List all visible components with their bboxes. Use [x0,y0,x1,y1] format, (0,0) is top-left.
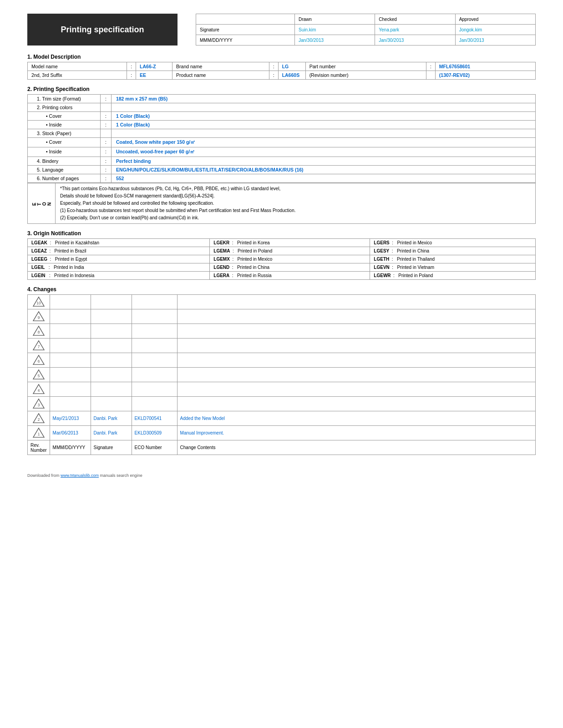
origin-row-3: LGEEG : Printed in Egypt LGEMX : Printed… [28,255,536,263]
changes-row: 2 May/21/2013Danbi. ParkEKLD700541Added … [28,411,536,426]
spec-label-colors: 2. Printing colors [28,103,101,112]
origin-lgewr-code: LGEWR : Printed in Poland [370,272,536,280]
changes-date [50,368,91,382]
spec-row-cover-stock: • Cover : Coated, Snow white paper 150 g… [28,138,536,147]
origin-lgend-code: LGEND : Printed in China [210,263,370,272]
triangle-cell: 7 [28,339,50,353]
note-line-5: (2) Especially, Don't use or contain lea… [60,215,199,220]
spec-row-trim: 1. Trim size (Format) : 182 mm x 257 mm … [28,95,536,103]
revision-triangle-icon: 7 [32,340,45,351]
spec-row-colors: 2. Printing colors [28,103,536,112]
suffix-value: EE [136,71,172,80]
origin-lgema-code: LGEMA : Printed in Poland [210,247,370,255]
spec-value-stock [111,129,535,138]
revision-triangle-icon: 4 [32,384,45,394]
approval-empty [196,14,295,25]
changes-contents [177,339,535,353]
approved-label: Approved [455,14,535,25]
spec-value-pages: 552 [111,174,535,183]
header-section: Printing specification Drawn Checked App… [27,14,536,46]
changes-signature [91,295,132,309]
revision-triangle-icon: 3 [32,398,45,409]
approved-signature: Jongok.kim [455,25,535,35]
triangle-cell: 9 [28,309,50,324]
triangle-cell: 1 [28,426,50,440]
suffix-colon: : [127,71,136,80]
origin-lgeaz-code: LGEAZ : Printed in Brazil [28,247,210,255]
spec-colon-trim: : [101,95,112,103]
svg-text:2: 2 [37,417,40,422]
spec-value-bindery: Perfect binding [111,157,535,166]
changes-date: Mar/06/2013 [50,426,91,440]
printing-spec-table: 1. Trim size (Format) : 182 mm x 257 mm … [27,94,536,183]
spec-row-bindery: 4. Bindery : Perfect binding [28,157,536,166]
part-number-value: MFL67658601 [435,62,535,71]
brand-name-colon: : [269,62,278,71]
checked-label: Checked [375,14,455,25]
changes-signature [91,324,132,339]
title-text: Printing specification [61,25,144,35]
document-title: Printing specification [27,14,178,46]
spec-value-inside-color: 1 Color (Black) [111,121,535,129]
spec-row-cover-color: • Cover : 1 Color (Black) [28,112,536,121]
model-name-label: Model name [28,62,127,71]
changes-row: 3 [28,397,536,411]
svg-text:5: 5 [37,374,40,378]
svg-text:1: 1 [37,432,40,436]
footer-text2: manuals search engine [99,473,142,478]
svg-text:3: 3 [37,403,40,407]
spec-value-language: ENG/HUN/POL/CZE/SLK/ROM/BUL/EST/LIT/LAT/… [111,166,535,174]
spec-colon-language: : [101,166,112,174]
changes-footer-cell: Signature [91,440,132,455]
changes-eco [132,397,177,411]
signature-label: Signature [196,25,295,35]
revision-triangle-icon: 2 [32,413,45,424]
changes-footer-row: Rev. NumberMMM/DD/YYYYSignatureECO Numbe… [28,440,536,455]
changes-contents [177,295,535,309]
note-line-2: Details should be followed Eco-SCM manag… [60,193,215,198]
spec-value-cover-stock: Coated, Snow white paper 150 g/㎡ [111,138,535,147]
changes-row: 6 [28,353,536,368]
spec-label-language: 5. Language [28,166,101,174]
revision-label: (Revision number) [305,71,426,80]
suffix-label: 2nd, 3rd Suffix [28,71,127,80]
changes-row: 10 [28,295,536,309]
spec-label-bindery: 4. Bindery [28,157,101,166]
origin-lgemx-code: LGEMX : Printed in Mexico [210,255,370,263]
changes-contents: Manual Improvement. [177,426,535,440]
part-number-colon: : [426,62,435,71]
model-name-value: LA66-Z [136,62,172,71]
spec-row-stock: 3. Stock (Paper) [28,129,536,138]
triangle-cell: 10 [28,295,50,309]
origin-lgevn-code: LGEVN : Printed in Vietnam [370,263,536,272]
changes-signature [91,353,132,368]
spec-label-stock: 3. Stock (Paper) [28,129,101,138]
changes-signature [91,368,132,382]
spec-label-inside-stock: • Inside [28,147,101,157]
origin-lgeeg-code: LGEEG : Printed in Egypt [28,255,210,263]
spec-label-cover-stock: • Cover [28,138,101,147]
origin-row-5: LGEIN : Printed in Indonesia LGERA : Pri… [28,272,536,280]
spec-value-trim: 182 mm x 257 mm (B5) [111,95,535,103]
spec-colon-pages: : [101,174,112,183]
svg-text:6: 6 [37,359,40,364]
changes-footer-cell: ECO Number [132,440,177,455]
changes-row: 7 [28,339,536,353]
changes-row: 4 [28,382,536,397]
changes-date [50,324,91,339]
footer-link-text: www.Manualslib.com [61,473,99,478]
changes-row: 9 [28,309,536,324]
changes-contents [177,309,535,324]
spec-colon-inside-color: : [101,121,112,129]
origin-title: 3. Origin Notification [27,230,536,237]
footer-link[interactable]: www.Manualslib.com [61,473,99,478]
drawn-date: Jan/30/2013 [294,35,375,46]
date-label: MMM/DD/YYYY [196,35,295,46]
spec-label-inside-color: • Inside [28,121,101,129]
note-side-label: NOTE [28,183,56,224]
origin-lgeil-code: LGEIL : Printed in India [28,263,210,272]
part-number-label: Part number [305,62,426,71]
origin-row-2: LGEAZ : Printed in Brazil LGEMA : Printe… [28,247,536,255]
svg-text:9: 9 [37,315,40,320]
spec-colon-stock [101,129,112,138]
